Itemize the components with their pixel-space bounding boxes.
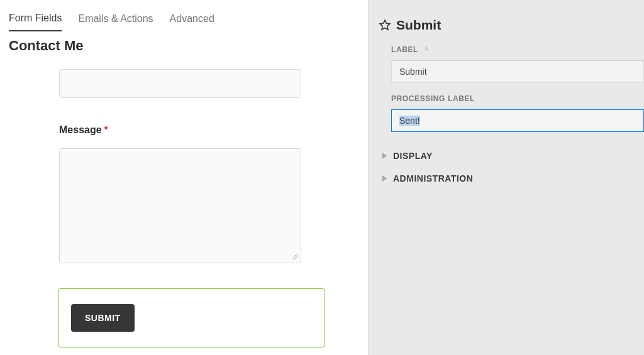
tab-emails-actions[interactable]: Emails & Actions [78,9,153,31]
submit-field-selected[interactable]: SUBMIT [58,288,325,347]
label-heading-text: LABEL [391,45,418,54]
label-input-value: Submit [399,67,427,77]
label-setting: LABEL Submit [379,45,644,83]
tab-form-fields[interactable]: Form Fields [9,9,62,31]
message-label-text: Message [59,124,102,136]
label-heading: LABEL [391,45,644,54]
settings-accordion: DISPLAY ADMINISTRATION [379,145,644,190]
processing-heading: PROCESSING LABEL [391,94,644,103]
chevron-right-icon [382,175,387,182]
display-section-toggle[interactable]: DISPLAY [382,145,644,167]
processing-label-input[interactable]: Sent! [391,109,644,132]
svg-marker-0 [380,20,390,30]
field-settings-sidebar: Submit LABEL Submit PROCESSING LABEL Sen… [368,0,644,355]
form-builder-canvas: Form Fields Emails & Actions Advanced Co… [0,0,368,355]
form-title: Contact Me [9,38,368,54]
processing-label-setting: PROCESSING LABEL Sent! [379,94,644,132]
administration-section-label: ADMINISTRATION [393,173,473,183]
tab-advanced[interactable]: Advanced [170,9,214,31]
message-textarea-preview[interactable] [59,148,301,263]
administration-section-toggle[interactable]: ADMINISTRATION [382,167,644,190]
message-label: Message * [59,124,305,136]
pin-icon[interactable] [422,45,431,54]
display-section-label: DISPLAY [393,151,433,161]
star-icon[interactable] [379,19,391,31]
form-preview: Message * SUBMIT [9,69,368,347]
processing-label-value: Sent! [399,116,420,126]
top-tabs: Form Fields Emails & Actions Advanced [9,9,368,31]
required-asterisk: * [104,124,108,136]
label-input[interactable]: Submit [391,60,644,83]
sidebar-header: Submit [379,18,644,33]
submit-button[interactable]: SUBMIT [71,304,135,332]
processing-heading-text: PROCESSING LABEL [391,94,475,103]
text-input-preview[interactable] [59,69,301,98]
chevron-right-icon [382,153,387,159]
sidebar-title: Submit [396,18,441,33]
